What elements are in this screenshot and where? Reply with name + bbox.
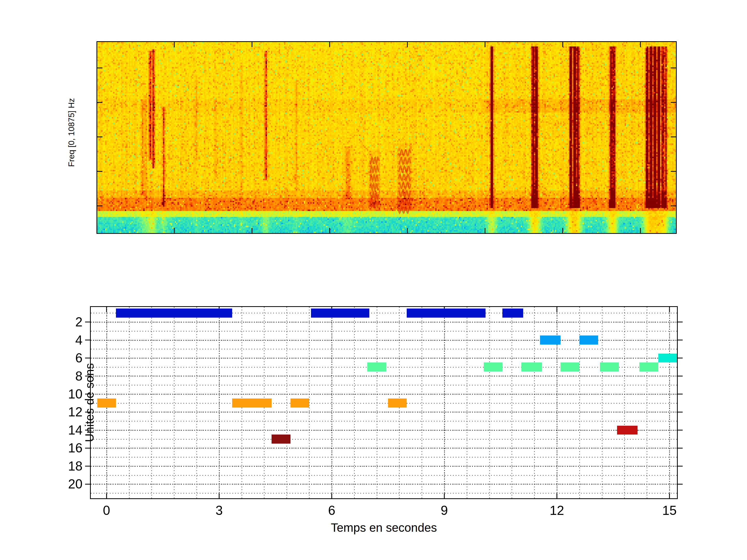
spectrogram-ylabel: Freq [0, 10875] Hz [66,68,77,197]
detection-bar-unit-1 [311,309,369,318]
detection-bar-unit-1 [407,309,486,318]
detection-bar-unit-7 [484,363,503,372]
y-tick-label: 2 [75,315,82,329]
detection-bar-unit-7 [521,363,542,372]
detection-bar-unit-11 [290,399,309,407]
matlab-figure: Freq [0, 10875] Hz 03691215 246810121416… [0,0,747,560]
y-tick-label: 6 [75,350,82,366]
detection-bar-unit-7 [600,363,619,372]
detection-bar-unit-1 [503,309,523,318]
detection-bar-unit-14 [617,426,638,435]
detection-bar-unit-6 [658,354,677,363]
detection-bar-unit-7 [561,363,579,372]
detection-bar-unit-11 [232,399,272,407]
y-tick-label: 12 [68,404,82,420]
spectrogram-canvas [97,41,677,234]
units-ylabel: Unites de sons [83,338,96,468]
y-tick-label: 8 [75,369,82,384]
x-tick-label: 3 [215,503,223,518]
x-tick-label: 0 [103,503,110,518]
detection-bars-layer [91,307,677,498]
x-tick-label: 6 [328,503,335,518]
x-tick-label: 9 [441,503,448,518]
detection-bar-unit-7 [367,363,386,372]
x-tick-label: 15 [662,503,677,518]
detection-bar-unit-1 [116,309,232,318]
detection-bar-unit-4 [540,336,561,345]
y-tick-label: 10 [68,386,82,402]
y-tick-label: 14 [68,423,82,437]
detection-bar-unit-11 [388,399,407,407]
y-tick-label: 20 [68,477,82,491]
detection-bar-unit-15 [272,434,290,444]
y-tick-label: 18 [68,459,82,474]
units-xlabel: Temps en secondes [306,521,462,535]
x-tick-label: 12 [550,503,564,518]
detection-bar-unit-11 [97,399,116,407]
y-tick-label: 4 [75,332,82,348]
detection-bar-unit-4 [579,336,598,345]
detection-bar-unit-7 [639,363,658,372]
y-tick-label: 16 [68,441,82,455]
